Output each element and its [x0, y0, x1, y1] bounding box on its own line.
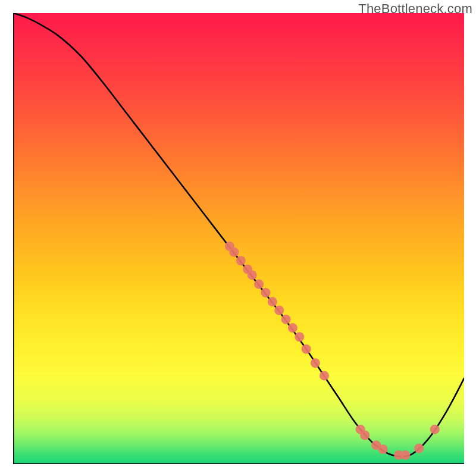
data-point [360, 430, 369, 440]
data-point [378, 444, 388, 454]
data-point [295, 332, 304, 342]
chart-background [13, 13, 464, 464]
chart-svg [13, 13, 464, 464]
data-point [229, 248, 239, 257]
data-point [261, 288, 270, 298]
data-point [248, 270, 257, 280]
data-point [430, 425, 440, 434]
data-point [320, 371, 329, 380]
data-point [311, 358, 320, 368]
data-point [274, 306, 284, 315]
data-point [414, 443, 424, 453]
data-point [281, 315, 291, 324]
data-point [236, 256, 246, 265]
data-point [400, 450, 410, 460]
chart-plot-area [13, 13, 464, 464]
data-point [268, 297, 277, 306]
data-point [302, 345, 311, 354]
watermark-text: TheBottleneck.com [358, 1, 472, 17]
data-point [288, 323, 298, 333]
data-point [254, 280, 264, 289]
